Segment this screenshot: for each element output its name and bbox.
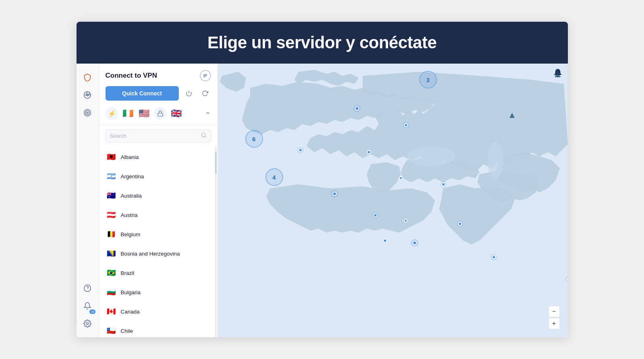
country-item-argentina[interactable]: 🇦🇷 Argentina [99,167,217,186]
country-item-australia[interactable]: 🇦🇺 Australia [99,186,217,205]
svg-line-10 [205,136,206,138]
header-banner: Elige un servidor y conéctate [77,22,568,64]
map-dot-12 [412,241,417,245]
country-item-canada[interactable]: 🇨🇦 Canada [99,302,217,321]
map-dot-6 [441,182,445,186]
refresh-button[interactable] [199,87,211,99]
canada-name: Canada [121,309,140,315]
svg-point-9 [201,133,205,137]
country-item-chile[interactable]: 🇨🇱 Chile [99,321,217,337]
belgium-name: Belgium [121,231,141,237]
belgium-flag: 🇧🇪 [106,229,117,240]
vpn-panel-header: Connect to VPN IP [99,64,217,81]
map-area: 3 6 4 ▲ ▲ [218,64,568,337]
bosnia-name: Bosnia and Herzegovina [121,251,180,257]
lock-filter[interactable] [154,107,167,120]
map-dot-5 [399,176,403,180]
map-dot-7 [332,192,337,196]
quick-connect-button[interactable]: Quick Connect [106,86,179,101]
us-filter[interactable]: 🇺🇸 [138,107,151,120]
uk-filter[interactable]: 🇬🇧 [170,107,183,120]
ireland-filter[interactable]: 🇮🇪 [122,107,135,120]
country-item-brazil[interactable]: 🇧🇷 Brazil [99,263,217,283]
cluster-4-count: 4 [272,174,275,181]
sidebar: 10 [77,64,99,337]
map-dot-3 [298,148,302,152]
search-icon [201,132,207,139]
sidebar-item-help[interactable] [80,281,95,295]
sidebar-item-network[interactable] [80,88,95,102]
cluster-6-count: 6 [252,136,255,142]
app-container: Elige un servidor y conéctate [77,22,568,337]
scrollbar-thumb[interactable] [215,152,217,174]
search-row [99,125,217,146]
header-title: Elige un servidor y conéctate [93,33,552,52]
country-item-bosnia[interactable]: 🇧🇦 Bosnia and Herzegovina [99,244,217,263]
search-input[interactable] [110,133,201,139]
map-dot-11 [383,239,387,243]
brazil-name: Brazil [121,270,135,276]
bulgaria-name: Bulgaria [121,289,141,295]
filter-row: ⚡ 🇮🇪 🇺🇸 🇬🇧 [99,105,217,125]
map-dot-9 [404,219,408,223]
australia-flag: 🇦🇺 [106,190,117,201]
svg-point-13 [487,142,503,178]
sidebar-item-settings[interactable] [80,316,95,331]
canada-flag: 🇨🇦 [106,306,117,317]
vpn-panel: Connect to VPN IP Quick Connect [99,64,218,337]
chile-name: Chile [121,328,133,334]
zoom-out-button[interactable]: − [549,306,560,317]
cluster-3-count: 3 [426,76,429,83]
tree-icon-2: ▲ [508,110,517,120]
power-button[interactable] [183,87,195,99]
notification-bell-icon[interactable] [553,68,562,79]
svg-point-12 [407,146,455,166]
brazil-flag: 🇧🇷 [106,267,117,279]
map-dot-2 [404,123,408,127]
ip-button[interactable]: IP [200,70,211,81]
zoom-in-button[interactable]: + [549,318,560,329]
country-item-bulgaria[interactable]: 🇧🇬 Bulgaria [99,283,217,302]
albania-name: Albania [121,154,139,160]
country-item-austria[interactable]: 🇦🇹 Austria [99,205,217,225]
country-item-albania[interactable]: 🇦🇱 Albania [99,147,217,167]
sidebar-item-shield[interactable] [80,70,95,85]
sidebar-item-alerts[interactable]: 10 [80,299,95,313]
austria-name: Austria [121,212,138,218]
map-dot-13 [492,255,496,259]
map-controls: − + [549,306,560,329]
country-item-belgium[interactable]: 🇧🇪 Belgium [99,225,217,244]
bulgaria-flag: 🇧🇬 [106,287,117,298]
argentina-name: Argentina [121,173,144,180]
main-content: 10 Connect to VPN IP Quick Connect [77,64,568,337]
svg-rect-8 [158,113,163,116]
search-input-wrap [106,129,211,142]
lightning-filter[interactable]: ⚡ [106,107,118,120]
map-dot-1 [355,106,359,111]
austria-flag: 🇦🇹 [106,209,117,221]
country-list: 🇦🇱 Albania 🇦🇷 Argentina 🇦🇺 Australia 🇦🇹 … [99,146,217,337]
map-svg [218,64,568,337]
map-dot-4 [367,150,371,154]
filter-expand-icon[interactable] [205,110,211,118]
alerts-badge: 10 [89,309,95,314]
bosnia-flag: 🇧🇦 [106,248,117,259]
albania-flag: 🇦🇱 [106,151,117,163]
argentina-flag: 🇦🇷 [106,171,117,182]
svg-point-3 [87,112,88,113]
sidebar-item-target[interactable] [80,105,95,120]
map-cluster-6[interactable]: 6 [245,130,263,148]
map-cluster-3[interactable]: 3 [419,71,437,89]
chile-flag: 🇨🇱 [106,325,117,336]
map-dot-8 [373,213,377,217]
quick-connect-row: Quick Connect [99,81,217,105]
map-cluster-4[interactable]: 4 [265,168,283,186]
map-dot-10 [458,222,462,226]
svg-point-6 [87,323,89,325]
svg-point-2 [85,111,89,115]
scrollbar-track [215,146,217,337]
vpn-panel-title: Connect to VPN [106,72,157,80]
australia-name: Australia [121,193,142,199]
